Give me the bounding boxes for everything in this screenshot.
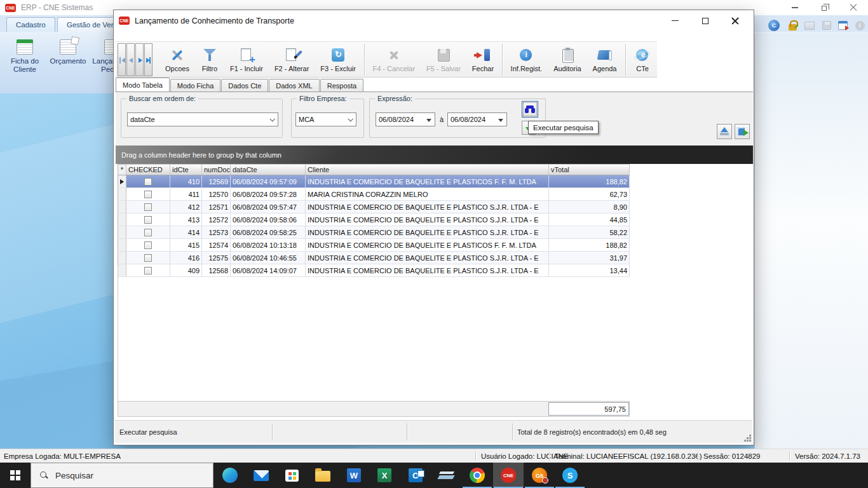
start-button[interactable] (0, 463, 31, 488)
header-datacte[interactable]: dataCte (231, 165, 306, 175)
f2-alterar-button[interactable]: F2 - Alterar (269, 43, 315, 77)
taskbar-excel-button[interactable]: X (369, 463, 400, 488)
table-row[interactable]: 412 12571 06/08/2024 09:57:47 INDUSTRIA … (118, 201, 630, 214)
taskbar-edge-button[interactable] (215, 463, 245, 488)
search-button[interactable] (522, 101, 538, 118)
nav-last-button[interactable] (144, 43, 153, 76)
ribbon-button-orcamento[interactable]: Orçamento (47, 36, 89, 90)
inf-regist-button[interactable]: Inf.Regist. (505, 43, 548, 77)
taskbar-mail-button[interactable] (246, 463, 276, 488)
f1-incluir-button[interactable]: F1 - Incluir (224, 43, 269, 77)
taskbar-word-button[interactable]: W (339, 463, 369, 488)
row-checkbox[interactable] (144, 191, 152, 198)
dialog-close-button[interactable] (720, 10, 750, 31)
tab-resposta[interactable]: Resposta (320, 79, 363, 92)
header-idcte[interactable]: idCte (170, 165, 202, 175)
header-cliente[interactable]: Cliente (306, 165, 549, 175)
quick-lock-button[interactable] (786, 19, 799, 32)
taskbar-store-button[interactable] (276, 463, 307, 488)
header-indicator[interactable]: * (118, 165, 126, 175)
cell-cliente: INDUSTRIA E COMERCIO DE BAQUELITE E PLAS… (306, 201, 549, 213)
quick-cne-sphere-button[interactable]: C (768, 19, 780, 32)
resize-grip[interactable] (745, 435, 751, 442)
tab-modo-tabela[interactable]: Modo Tabela (116, 78, 170, 92)
taskbar-explorer-button[interactable] (308, 463, 338, 488)
tab-dados-xml[interactable]: Dados XML (269, 79, 319, 92)
tab-modo-ficha[interactable]: Modo Ficha (170, 79, 220, 92)
checkbox-cell[interactable] (126, 264, 170, 276)
dialog-titlebar[interactable]: CNE Lançamento de Conhecimento de Transp… (114, 10, 754, 31)
table-row[interactable]: 415 12574 06/08/2024 10:13:18 INDUSTRIA … (118, 239, 630, 252)
status-separator (789, 451, 790, 461)
filtro-button[interactable]: Filtro (195, 43, 224, 77)
taskbar-outlook-button[interactable]: O (400, 463, 431, 488)
row-checkbox[interactable] (144, 216, 152, 224)
taskbar-g5-button[interactable]: G5 (524, 463, 555, 488)
fechar-button[interactable]: Fechar (466, 43, 499, 77)
date-to-picker[interactable]: 06/08/2024 (447, 112, 507, 126)
header-checked[interactable]: CHECKED (126, 165, 170, 175)
dialog-maximize-button[interactable] (690, 10, 720, 31)
checkbox-cell[interactable] (126, 226, 170, 238)
word-icon: W (347, 468, 361, 482)
dialog-minimize-button[interactable] (660, 10, 690, 31)
grid-edge-line (118, 266, 118, 401)
row-checkbox[interactable] (144, 229, 152, 236)
order-combobox[interactable]: dataCte (127, 112, 278, 126)
tab-cadastro[interactable]: Cadastro (6, 17, 55, 32)
main-minimize-button[interactable] (780, 0, 810, 15)
upload-button[interactable] (717, 124, 732, 139)
checkbox-cell[interactable] (126, 188, 170, 200)
nav-first-button[interactable] (118, 43, 126, 76)
checkbox-cell[interactable] (126, 175, 170, 187)
header-vtotal[interactable]: vTotal (549, 165, 630, 175)
main-close-button[interactable] (839, 0, 868, 15)
agenda-button[interactable]: Agenda (587, 43, 623, 77)
row-checkbox[interactable] (144, 178, 152, 186)
last-icon (149, 57, 151, 64)
status-separator (475, 451, 476, 461)
cell-cliente: INDUSTRIA E COMERCIO DE BAQUELITE E PLAS… (306, 226, 549, 238)
taskbar-search-input[interactable]: Pesquisar (31, 463, 214, 488)
export-button[interactable] (735, 124, 750, 139)
quick-window-button[interactable] (803, 19, 816, 32)
cte-button[interactable]: CTe (628, 43, 657, 77)
nav-next-button[interactable] (135, 43, 144, 76)
nav-prev-button[interactable] (126, 43, 135, 76)
taskbar-cne-button[interactable]: CNE (493, 463, 524, 488)
header-numdoc[interactable]: numDoc (202, 165, 231, 175)
taskbar-scanner-button[interactable] (431, 463, 462, 488)
table-row[interactable]: 409 12568 06/08/2024 14:09:07 INDUSTRIA … (118, 264, 630, 277)
tab-dados-cte[interactable]: Dados Cte (221, 79, 268, 92)
taskbar-skype-button[interactable]: S (555, 463, 585, 488)
table-row[interactable]: 416 12575 06/08/2024 10:46:55 INDUSTRIA … (118, 252, 630, 264)
row-checkbox[interactable] (144, 254, 152, 262)
table-row[interactable]: 413 12572 06/08/2024 09:58:06 INDUSTRIA … (118, 214, 630, 226)
auditoria-button[interactable]: Auditoria (548, 43, 587, 77)
row-checkbox[interactable] (144, 241, 152, 249)
main-restore-button[interactable] (810, 0, 839, 15)
table-row[interactable]: 410 12569 06/08/2024 09:57:09 INDUSTRIA … (118, 175, 630, 188)
grid-group-band[interactable]: Drag a column header here to group by th… (116, 146, 753, 164)
table-row[interactable]: 411 12570 06/08/2024 09:57:28 MARIA CRIS… (118, 188, 630, 201)
save-icon (822, 21, 831, 30)
date-from-picker[interactable]: 06/08/2024 (376, 112, 435, 126)
taskbar-chrome-button[interactable] (462, 463, 492, 488)
quick-info-button[interactable]: i (853, 19, 866, 32)
checkbox-cell[interactable] (126, 239, 170, 251)
grid-footer: 597,75 (118, 401, 630, 417)
store-icon (285, 470, 299, 482)
checkbox-cell[interactable] (126, 201, 170, 213)
checkbox-cell[interactable] (126, 252, 170, 264)
quick-calendar-button[interactable] (836, 19, 849, 32)
row-checkbox[interactable] (144, 267, 152, 274)
row-checkbox[interactable] (144, 203, 152, 211)
cell-idcte: 412 (170, 201, 202, 213)
company-combobox[interactable]: MCA (295, 112, 356, 126)
quick-save-button[interactable] (820, 19, 833, 32)
opcoes-button[interactable]: Opcoes (159, 43, 195, 77)
ribbon-button-ficha-do-cliente[interactable]: Ficha do Cliente (4, 36, 46, 90)
f3-excluir-button[interactable]: F3 - Excluir (315, 43, 362, 77)
checkbox-cell[interactable] (126, 214, 170, 226)
table-row[interactable]: 414 12573 06/08/2024 09:58:25 INDUSTRIA … (118, 226, 630, 239)
